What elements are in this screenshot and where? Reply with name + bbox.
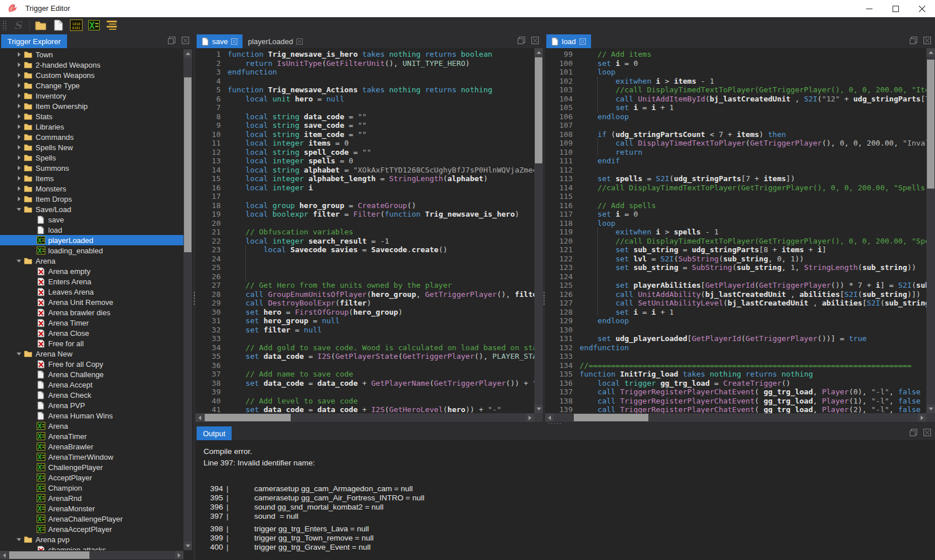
scroll-right-button[interactable] [918,413,926,422]
scroll-thumb[interactable] [9,551,89,559]
collapse-arrow-icon[interactable] [15,166,23,170]
collapse-arrow-icon[interactable] [15,83,23,88]
scroll-right-button[interactable] [526,413,534,422]
close-panel-icon[interactable] [531,36,539,45]
tree-item-arena-accept[interactable]: Arena Accept [0,379,183,390]
save-horizontal-scrollbar[interactable] [195,413,534,422]
tree-item-custom-weapons[interactable]: Custom Weapons [0,70,183,80]
collapse-arrow-icon[interactable] [15,52,23,57]
tree-item-arena-pvp[interactable]: Arena PVP [0,400,183,410]
float-panel-icon[interactable] [909,428,918,437]
minimize-button[interactable] [856,0,882,17]
tree-item-arena-check[interactable]: Arena Check [0,390,183,400]
expand-arrow-icon[interactable] [15,538,23,541]
tree-item-free-for-all[interactable]: Free for all [0,338,183,348]
scroll-thumb[interactable] [205,414,291,421]
collapse-arrow-icon[interactable] [15,155,23,160]
tab-playerloaded[interactable]: playerLoaded [242,34,308,48]
collapse-arrow-icon[interactable] [15,124,23,129]
tree-item-arena[interactable]: Arena [0,421,183,431]
scroll-thumb[interactable] [927,60,934,189]
tree-item-load[interactable]: load [0,225,183,235]
collapse-arrow-icon[interactable] [15,114,23,119]
tree-item-arena-timer[interactable]: Arena Timer [0,318,183,328]
scroll-down-button[interactable] [183,542,192,550]
new-folder-icon[interactable] [34,19,48,32]
tree-item-inventory[interactable]: Inventory [0,91,183,101]
load-horizontal-scrollbar[interactable] [545,413,926,422]
scroll-right-button[interactable] [175,551,183,559]
tree-item-arena-brawler-dies[interactable]: Arena brawler dies [0,307,183,318]
scroll-down-button[interactable] [926,405,935,413]
tab-save[interactable]: save [197,34,242,48]
load-vertical-scrollbar[interactable] [926,48,935,413]
tree-item-monsters[interactable]: Monsters [0,183,183,194]
explorer-title-tab[interactable]: Trigger Explorer [1,34,67,48]
tree-item-arena[interactable]: Arena [0,256,183,266]
new-script-icon[interactable] [87,19,101,32]
tree-item-save-load[interactable]: Save/Load [0,204,183,214]
load-code-editor[interactable]: 99 // Add items100 set i = 0101 loop102 … [545,48,935,423]
tree-item-challengeplayer[interactable]: ChallengePlayer [0,462,183,472]
tree-item-arena-empty[interactable]: Arena empty [0,266,183,276]
float-panel-icon[interactable] [167,36,176,45]
tree-item-spells-new[interactable]: Spells New [0,142,183,152]
tree-item-arenatimerwindow[interactable]: ArenaTimerWindow [0,452,183,462]
expand-arrow-icon[interactable] [15,208,23,211]
scroll-up-button[interactable] [926,48,935,57]
collapse-arrow-icon[interactable] [15,145,23,150]
tab-load[interactable]: load [546,34,591,48]
tree-horizontal-scrollbar[interactable] [0,551,183,559]
tree-vertical-scrollbar[interactable] [183,49,192,550]
tree-item-arenarnd[interactable]: ArenaRnd [0,493,183,503]
close-panel-icon[interactable] [923,428,932,437]
scroll-down-button[interactable] [534,405,543,413]
tree-item-change-type[interactable]: Change Type [0,80,183,91]
scroll-thumb[interactable] [574,414,648,421]
close-button[interactable] [909,0,935,17]
tree-item-enters-arena[interactable]: Enters Arena [0,276,183,287]
collapse-arrow-icon[interactable] [15,176,23,181]
save-vertical-scrollbar[interactable] [534,48,543,413]
scroll-up-button[interactable] [183,49,192,58]
tree-item-item-drops[interactable]: Item Drops [0,194,183,204]
tree-item-arena-pvp[interactable]: Arena pvp [0,534,183,545]
collapse-arrow-icon[interactable] [15,186,23,191]
tree-item-arenaacceptplayer[interactable]: ArenaAcceptPlayer [0,524,183,534]
collapse-arrow-icon[interactable] [15,104,23,108]
tree-item-stats[interactable]: Stats [0,111,183,122]
collapse-arrow-icon[interactable] [15,73,23,77]
collapse-arrow-icon[interactable] [15,197,23,201]
close-tab-icon[interactable] [580,38,586,45]
collapse-arrow-icon[interactable] [15,62,23,67]
close-panel-icon[interactable] [923,36,932,45]
expand-arrow-icon[interactable] [15,353,23,355]
maximize-button[interactable] [882,0,909,17]
tree-item-items[interactable]: Items [0,173,183,183]
list-icon[interactable] [105,19,119,32]
tree-item-arena-close[interactable]: Arena Close [0,328,183,338]
new-trigger-icon[interactable] [52,19,65,32]
binary-icon[interactable]: 10100101 [69,19,83,32]
tree-item-playerloaded[interactable]: playerLoaded [0,235,183,245]
save-code-editor[interactable]: 1function Trig_newsave_is_hero takes not… [195,48,543,414]
tree-item-arenamonster[interactable]: ArenaMonster [0,503,183,514]
scroll-left-button[interactable] [195,413,204,422]
float-panel-icon[interactable] [517,36,526,45]
tree-item-arena-new[interactable]: Arena New [0,348,183,359]
scroll-thumb[interactable] [535,57,542,163]
tree-item-arena-challenge[interactable]: Arena Challenge [0,369,183,379]
expand-arrow-icon[interactable] [15,260,23,263]
tree-item-free-for-all-copy[interactable]: Free for all Copy [0,359,183,369]
collapse-arrow-icon[interactable] [15,93,23,98]
tree-item-arena-unit-remove[interactable]: Arena Unit Remove [0,297,183,307]
tree-item-spells[interactable]: Spells [0,152,183,163]
trigger-tree[interactable]: Town2-handed WeaponsCustom WeaponsChange… [0,49,183,550]
tree-item-2-handed-weapons[interactable]: 2-handed Weapons [0,60,183,70]
tesh-script-icon[interactable]: S [11,19,25,32]
tree-item-arenatimer[interactable]: ArenaTimer [0,431,183,441]
tree-item-summons[interactable]: Summons [0,163,183,173]
tree-item-arenabrawler[interactable]: ArenaBrawler [0,441,183,452]
close-panel-icon[interactable] [181,36,190,45]
tree-item-arenachallengeplayer[interactable]: ArenaChallengePlayer [0,514,183,524]
